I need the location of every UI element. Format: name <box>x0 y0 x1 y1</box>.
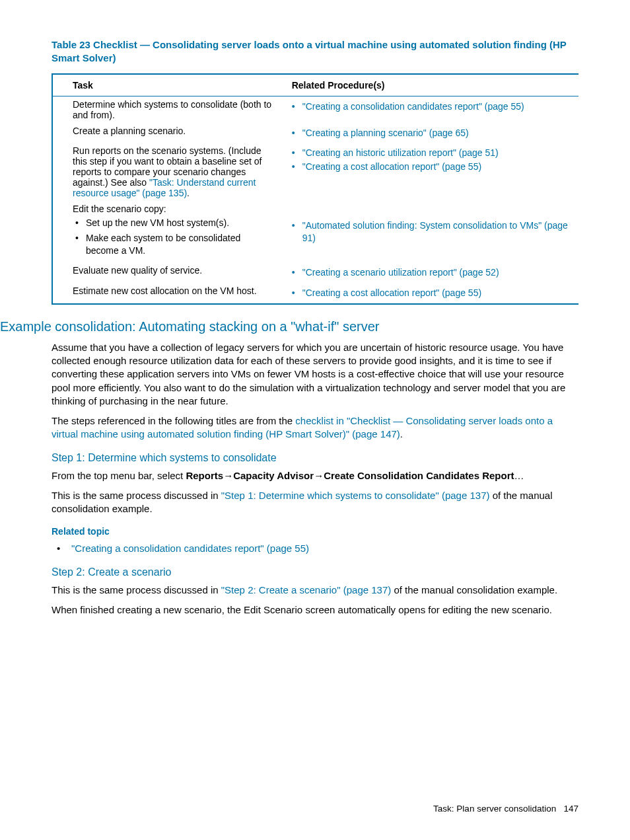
text-frag: … <box>514 470 524 481</box>
body-paragraph: From the top menu bar, select Reports→Ca… <box>52 469 578 482</box>
proc-cell: "Creating a planning scenario" (page 65) <box>284 123 578 143</box>
section-heading-example-consolidation: Example consolidation: Automating stacki… <box>0 319 578 334</box>
table-header-procedures: Related Procedure(s) <box>284 74 578 96</box>
body-paragraph: This is the same process discussed in "S… <box>52 489 578 516</box>
task-text-post: . <box>187 188 190 198</box>
proc-cell: "Creating a scenario utilization report"… <box>284 262 578 283</box>
body-paragraph: The steps referenced in the following ti… <box>52 414 578 441</box>
table-title: Table 23 Checklist — Consolidating serve… <box>52 38 578 65</box>
task-subitem: Make each system to be consolidated beco… <box>75 232 276 257</box>
menu-path-part: Reports <box>186 470 223 481</box>
proc-link[interactable]: "Creating a consolidation candidates rep… <box>302 101 524 112</box>
text-frag: From the top menu bar, select <box>52 470 186 481</box>
task-cell: Estimate new cost allocation on the VM h… <box>52 283 284 304</box>
table-row: Edit the scenario copy: Set up the new V… <box>52 201 578 262</box>
related-topic-heading: Related topic <box>52 526 578 537</box>
checklist-table: Task Related Procedure(s) Determine whic… <box>52 73 578 305</box>
task-cell: Run reports on the scenario systems. (In… <box>52 143 284 201</box>
text-frag: . <box>400 428 403 439</box>
arrow-icon: → <box>314 470 324 481</box>
task-cell: Evaluate new quality of service. <box>52 262 284 283</box>
task-cell: Create a planning scenario. <box>52 123 284 143</box>
table-row: Determine which systems to consolidate (… <box>52 96 578 123</box>
page-footer: Task: Plan server consolidation 147 <box>433 804 578 814</box>
table-row: Estimate new cost allocation on the VM h… <box>52 283 578 304</box>
table-row: Create a planning scenario. "Creating a … <box>52 123 578 143</box>
proc-cell: "Automated solution finding: System cons… <box>284 201 578 262</box>
step-heading-1: Step 1: Determine which systems to conso… <box>52 452 578 464</box>
menu-path-part: Capacity Advisor <box>233 470 314 481</box>
related-link[interactable]: "Creating a consolidation candidates rep… <box>71 543 309 554</box>
task-cell: Determine which systems to consolidate (… <box>52 96 284 123</box>
proc-link[interactable]: "Creating a cost allocation report" (pag… <box>302 161 481 172</box>
step-heading-2: Step 2: Create a scenario <box>52 566 578 578</box>
page-number: 147 <box>563 804 578 814</box>
task-text: Edit the scenario copy: <box>73 204 166 214</box>
task-subitem: Set up the new VM host system(s). <box>75 217 276 229</box>
task-cell: Edit the scenario copy: Set up the new V… <box>52 201 284 262</box>
text-frag: This is the same process discussed in <box>52 584 221 595</box>
text-frag: This is the same process discussed in <box>52 490 221 501</box>
footer-text: Task: Plan server consolidation <box>433 804 556 814</box>
text-frag: The steps referenced in the following ti… <box>52 415 295 426</box>
proc-cell: "Creating a consolidation candidates rep… <box>284 96 578 123</box>
proc-link[interactable]: "Creating a cost allocation report" (pag… <box>302 287 481 298</box>
table-header-task: Task <box>52 74 284 96</box>
menu-path-part: Create Consolidation Candidates Report <box>324 470 514 481</box>
inline-link[interactable]: "Step 1: Determine which systems to cons… <box>221 490 490 501</box>
proc-link[interactable]: "Automated solution finding: System cons… <box>302 220 568 243</box>
body-paragraph: This is the same process discussed in "S… <box>52 584 578 597</box>
table-row: Evaluate new quality of service. "Creati… <box>52 262 578 283</box>
proc-link[interactable]: "Creating an historic utilization report… <box>302 147 499 158</box>
proc-cell: "Creating a cost allocation report" (pag… <box>284 283 578 304</box>
inline-link[interactable]: "Step 2: Create a scenario" (page 137) <box>221 584 391 595</box>
proc-link[interactable]: "Creating a scenario utilization report"… <box>302 267 499 278</box>
text-frag: of the manual consolidation example. <box>391 584 557 595</box>
table-row: Run reports on the scenario systems. (In… <box>52 143 578 201</box>
proc-cell: "Creating an historic utilization report… <box>284 143 578 201</box>
arrow-icon: → <box>223 470 233 481</box>
body-paragraph: Assume that you have a collection of leg… <box>52 341 578 408</box>
proc-link[interactable]: "Creating a planning scenario" (page 65) <box>302 128 469 138</box>
body-paragraph: When finished creating a new scenario, t… <box>52 603 578 617</box>
